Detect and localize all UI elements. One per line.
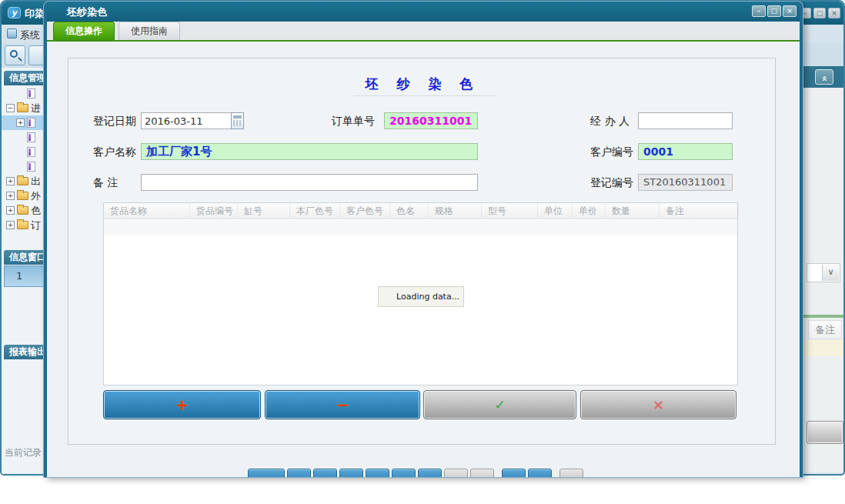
bottom-toolbar-button[interactable]: [559, 469, 583, 477]
grid-column-header[interactable]: 货品名称: [104, 203, 190, 219]
search-icon: [10, 50, 18, 58]
bottom-toolbar-button[interactable]: [392, 469, 416, 477]
grid-column-header[interactable]: 型号: [482, 203, 538, 219]
bottom-toolbar-button[interactable]: [339, 469, 363, 477]
restore-icon[interactable]: □: [813, 8, 826, 18]
bottom-toolbar-button[interactable]: [418, 469, 442, 477]
items-grid: 货品名称货品编号缸号本厂色号客户色号色名规格型号单位单价数量备注 Loading…: [103, 202, 738, 386]
system-menu-item[interactable]: 系统: [20, 28, 40, 42]
app-logo-icon: y: [8, 7, 21, 18]
grid-column-header[interactable]: 规格: [429, 203, 482, 219]
background-button[interactable]: [807, 421, 843, 444]
tree-item-label: 色: [31, 204, 41, 218]
plus-icon: +: [175, 391, 189, 419]
handler-input[interactable]: [638, 112, 733, 129]
dialog-maximize-icon[interactable]: □: [767, 5, 781, 17]
dialog-tab-1[interactable]: 使用指南: [119, 22, 180, 40]
tree-item-label: 进: [31, 102, 41, 115]
folder-icon: [17, 192, 28, 200]
grid-header: 货品名称货品编号缸号本厂色号客户色号色名规格型号单位单价数量备注: [104, 203, 737, 219]
dyeing-dialog: 坯纱染色 – □ × 信息操作使用指南 坯 纱 染 色 登记日期 订单单号 20…: [44, 2, 803, 477]
x-icon: ×: [653, 391, 664, 419]
reg-no-label: 登记编号: [590, 176, 633, 190]
heading-underline: [353, 95, 496, 96]
search-button[interactable]: [5, 45, 25, 65]
folder-icon: [17, 221, 28, 229]
bottom-toolbar-button[interactable]: [528, 469, 552, 477]
expand-icon[interactable]: +: [16, 118, 25, 127]
expand-icon[interactable]: +: [6, 221, 15, 229]
document-icon: [27, 118, 35, 128]
customer-no-field[interactable]: 0001: [638, 143, 733, 160]
folder-icon: [17, 177, 28, 185]
collapse-icon[interactable]: −: [6, 104, 15, 112]
background-dropdown[interactable]: ∨: [807, 263, 840, 282]
remove-row-button[interactable]: −: [265, 390, 420, 419]
customer-no-label: 客户编号: [590, 145, 633, 159]
reg-date-input[interactable]: [141, 112, 232, 129]
screen: y 印染加 – □ × 系统 信息管理 −进++出+外+色+订 信息窗口 1 报…: [0, 0, 845, 504]
form-panel: 坯 纱 染 色 登记日期 订单单号 20160311001 经 办 人 客户名称…: [68, 58, 776, 445]
grid-column-header[interactable]: 数量: [606, 203, 660, 219]
grid-column-header[interactable]: 缸号: [238, 203, 290, 219]
grid-column-header[interactable]: 色名: [390, 203, 429, 219]
customer-name-field[interactable]: 加工厂家1号: [141, 143, 478, 160]
dialog-tab-0[interactable]: 信息操作: [53, 22, 115, 40]
expand-icon[interactable]: +: [6, 206, 15, 215]
dialog-close-icon[interactable]: ×: [783, 5, 797, 17]
main-window-controls: – □ ×: [799, 8, 840, 18]
bottom-toolbar-button[interactable]: [313, 469, 337, 477]
grid-column-header[interactable]: 备注: [660, 203, 739, 219]
bottom-toolbar-button[interactable]: [470, 469, 494, 477]
remark-column-header[interactable]: 备注: [808, 320, 842, 339]
order-no-field[interactable]: 20160311001: [384, 112, 478, 129]
calendar-icon[interactable]: [231, 112, 244, 129]
grid-empty-row: [104, 220, 737, 235]
bottom-toolbar: [248, 469, 583, 477]
chevron-up-icon: »: [817, 75, 831, 82]
document-icon: [27, 162, 35, 172]
bottom-toolbar-button[interactable]: [444, 469, 468, 477]
folder-icon: [17, 206, 28, 215]
system-menu-icon: [7, 28, 17, 38]
loading-text: Loading data...: [396, 292, 459, 302]
folder-icon: [17, 104, 28, 112]
document-icon: [27, 132, 35, 142]
confirm-button[interactable]: ✓: [423, 390, 576, 419]
tree-item-label: 出: [31, 175, 41, 189]
order-no-label: 订单单号: [332, 115, 375, 129]
document-icon: [27, 88, 35, 98]
expand-icon[interactable]: +: [6, 177, 15, 185]
remark-label: 备 注: [93, 176, 118, 190]
dialog-titlebar[interactable]: 坯纱染色 – □ ×: [47, 2, 800, 22]
grid-column-header[interactable]: 单价: [573, 203, 606, 219]
handler-label: 经 办 人: [590, 115, 630, 129]
current-record-status: 当前记录: [5, 446, 42, 459]
bottom-toolbar-button[interactable]: [287, 469, 311, 477]
grid-column-header[interactable]: 本厂色号: [290, 203, 340, 219]
customer-name-label: 客户名称: [93, 145, 136, 159]
expand-icon[interactable]: +: [6, 192, 15, 200]
dialog-minimize-icon[interactable]: –: [752, 5, 766, 17]
bottom-toolbar-button[interactable]: [366, 469, 389, 477]
remark-input[interactable]: [141, 174, 478, 191]
loading-indicator: Loading data...: [378, 286, 464, 307]
collapse-panel-button[interactable]: »: [815, 69, 833, 85]
green-divider: [802, 315, 845, 318]
close-icon[interactable]: ×: [828, 8, 840, 18]
grid-column-header[interactable]: 客户色号: [340, 203, 390, 219]
bottom-toolbar-button[interactable]: [248, 469, 285, 477]
reg-no-field: ST20160311001: [638, 174, 733, 191]
cancel-button[interactable]: ×: [580, 390, 736, 419]
minus-icon: −: [336, 391, 349, 419]
tree-item-label: 外: [31, 189, 41, 203]
bottom-toolbar-button[interactable]: [502, 469, 526, 477]
chevron-down-icon[interactable]: ∨: [822, 265, 839, 281]
grid-column-header[interactable]: 单位: [538, 203, 573, 219]
document-icon: [27, 147, 35, 157]
grid-column-filler: [739, 203, 745, 219]
add-row-button[interactable]: +: [103, 390, 261, 419]
form-heading: 坯 纱 染 色: [68, 75, 777, 93]
grid-column-header[interactable]: 货品编号: [190, 203, 238, 219]
highlight-row: [802, 340, 845, 356]
